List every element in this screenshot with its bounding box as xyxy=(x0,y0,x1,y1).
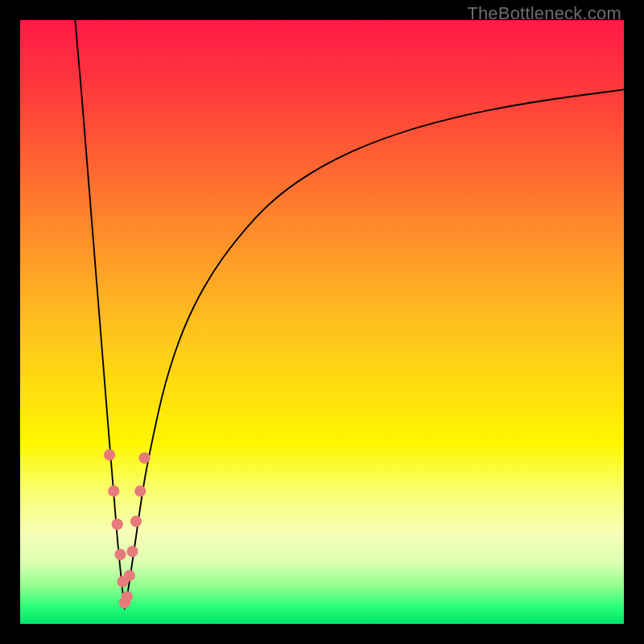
highlight-dot xyxy=(122,591,133,602)
highlight-dot xyxy=(114,549,126,560)
highlight-dot xyxy=(104,449,115,460)
right-branch-curve xyxy=(125,89,624,609)
highlight-dot xyxy=(112,518,123,530)
highlight-dot xyxy=(126,546,138,557)
highlight-dots-group xyxy=(104,449,151,609)
highlight-dot xyxy=(138,452,150,464)
outer-black-frame: TheBottleneck.com xyxy=(0,0,644,644)
highlight-dot xyxy=(130,515,142,526)
highlight-dot xyxy=(124,570,135,581)
plot-area xyxy=(20,20,624,624)
highlight-dot xyxy=(134,485,146,497)
curve-overlay xyxy=(20,20,624,624)
highlight-dot xyxy=(108,485,119,497)
